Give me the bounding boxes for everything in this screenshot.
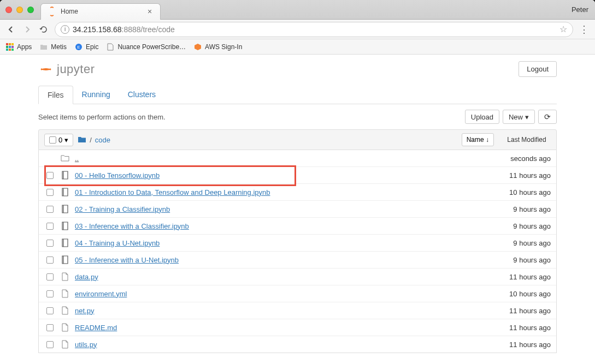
file-link[interactable]: 00 - Hello Tensorflow.ipynb [75, 171, 491, 180]
caret-down-icon: ▾ [64, 136, 68, 144]
row-checkbox[interactable] [46, 273, 54, 281]
row-checkbox[interactable] [46, 189, 54, 196]
bookmark-star-icon[interactable]: ☆ [559, 24, 567, 34]
row-checkbox-wrap [44, 223, 55, 230]
row-checkbox-wrap [44, 206, 55, 213]
epic-icon: E [74, 43, 83, 51]
upload-button[interactable]: Upload [465, 110, 499, 124]
select-all-dropdown[interactable]: 0 ▾ [44, 134, 73, 146]
close-window-button[interactable] [5, 7, 12, 13]
tab-clusters[interactable]: Clusters [119, 86, 164, 104]
file-list: ..seconds ago00 - Hello Tensorflow.ipynb… [38, 150, 557, 353]
folder-icon[interactable] [78, 136, 86, 144]
notebook-icon [61, 238, 69, 247]
bookmark-aws[interactable]: AWS Sign-In [193, 43, 242, 51]
file-modified: 9 hours ago [496, 205, 551, 213]
row-checkbox[interactable] [46, 324, 54, 331]
back-button[interactable] [5, 24, 16, 35]
lastmod-header[interactable]: Last Modified [503, 136, 551, 144]
jupyter-tabs: Files Running Clusters [38, 86, 557, 104]
file-link[interactable]: utils.py [75, 341, 491, 349]
file-link[interactable]: data.py [75, 273, 491, 281]
breadcrumb-code[interactable]: code [95, 136, 110, 144]
file-modified: 11 hours ago [496, 341, 551, 349]
site-info-icon[interactable]: i [61, 25, 69, 34]
breadcrumb-separator: / [90, 136, 92, 144]
name-sort-button[interactable]: Name ↓ [462, 133, 494, 146]
bookmark-label: Epic [86, 43, 98, 51]
row-checkbox[interactable] [46, 341, 54, 348]
file-link[interactable]: net.py [75, 307, 491, 315]
notebook-icon [61, 222, 69, 230]
file-link[interactable]: 04 - Training a U-Net.ipynb [75, 239, 491, 247]
file-modified: 11 hours ago [496, 171, 551, 180]
file-row: 00 - Hello Tensorflow.ipynb11 hours ago [39, 167, 556, 184]
maximize-window-button[interactable] [27, 7, 34, 13]
jupyter-logo-text: jupyter [57, 62, 95, 76]
bookmark-nuance[interactable]: Nuance PowerScribe… [106, 43, 186, 51]
tab-close-button[interactable]: × [146, 8, 154, 15]
aws-icon [193, 43, 202, 51]
tab-files[interactable]: Files [38, 86, 73, 104]
logout-button[interactable]: Logout [519, 61, 557, 77]
file-row: 04 - Training a U-Net.ipynb9 hours ago [39, 235, 556, 252]
folder-icon [61, 154, 69, 163]
jupyter-logo[interactable]: jupyter [38, 62, 95, 77]
action-buttons: Upload New ▾ ⟳ [465, 110, 557, 124]
file-row: net.py11 hours ago [39, 302, 556, 319]
reload-button[interactable] [38, 24, 49, 35]
row-checkbox[interactable] [46, 240, 54, 247]
file-link[interactable]: 03 - Inference with a Classifier.ipynb [75, 222, 491, 230]
address-bar[interactable]: i 34.215.158.68:8888/tree/code ☆ [55, 22, 573, 37]
row-checkbox[interactable] [46, 290, 54, 297]
browser-tab[interactable]: Home × [40, 3, 161, 20]
row-checkbox-wrap [44, 341, 55, 348]
file-link[interactable]: .. [75, 154, 491, 163]
tab-running[interactable]: Running [73, 86, 119, 104]
jupyter-logo-icon [38, 62, 54, 77]
bookmark-epic[interactable]: E Epic [74, 43, 98, 51]
bookmark-label: AWS Sign-In [205, 43, 242, 51]
file-row: README.md11 hours ago [39, 319, 556, 336]
file-link[interactable]: README.md [75, 324, 491, 332]
browser-window: Home × Peter i 34.215.158.68:8888/tree/c… [0, 0, 595, 364]
file-row: 03 - Inference with a Classifier.ipynb9 … [39, 218, 556, 235]
new-button[interactable]: New ▾ [503, 110, 535, 124]
notebook-icon [61, 255, 69, 264]
titlebar: Home × Peter [0, 0, 595, 20]
bookmark-label: Metis [51, 43, 67, 51]
folder-icon [39, 43, 48, 51]
file-modified: 10 hours ago [496, 188, 551, 196]
row-checkbox-wrap [44, 256, 55, 264]
row-checkbox[interactable] [46, 206, 54, 213]
row-checkbox[interactable] [46, 172, 54, 179]
file-link[interactable]: 02 - Training a Classifier.ipynb [75, 205, 491, 213]
row-checkbox-wrap [44, 307, 55, 314]
file-link[interactable]: environment.yml [75, 290, 491, 298]
file-modified: 11 hours ago [496, 273, 551, 281]
row-checkbox[interactable] [46, 223, 54, 230]
file-row: 02 - Training a Classifier.ipynb9 hours … [39, 201, 556, 218]
forward-button[interactable] [22, 24, 33, 35]
row-checkbox[interactable] [46, 307, 54, 314]
file-link[interactable]: 01 - Introduction to Data, Tensorflow an… [75, 188, 491, 196]
apps-button[interactable]: Apps [5, 43, 32, 51]
notebook-icon [61, 188, 69, 196]
url-text: 34.215.158.68:8888/tree/code [73, 25, 556, 34]
select-all-checkbox[interactable] [49, 136, 56, 144]
row-checkbox-wrap [44, 240, 55, 247]
bookmark-metis[interactable]: Metis [39, 43, 67, 51]
browser-menu-button[interactable]: ⋮ [579, 23, 590, 35]
file-modified: 9 hours ago [496, 239, 551, 247]
jupyter-content: jupyter Logout Files Running Clusters Se… [0, 55, 595, 353]
file-row: 05 - Inference with a U-Net.ipynb9 hours… [39, 252, 556, 268]
file-row: 01 - Introduction to Data, Tensorflow an… [39, 184, 556, 201]
file-icon [61, 272, 69, 281]
file-modified: seconds ago [496, 154, 551, 163]
caret-down-icon: ▾ [525, 113, 529, 121]
minimize-window-button[interactable] [16, 7, 23, 13]
file-icon [61, 340, 69, 349]
row-checkbox[interactable] [46, 256, 54, 264]
file-link[interactable]: 05 - Inference with a U-Net.ipynb [75, 256, 491, 264]
refresh-button[interactable]: ⟳ [538, 110, 557, 124]
